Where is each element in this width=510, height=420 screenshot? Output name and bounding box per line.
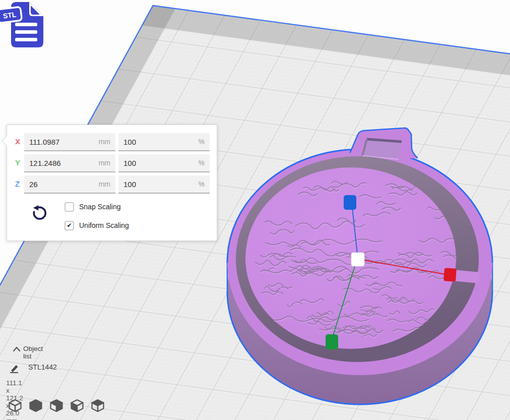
scale-row-z: Z mm % — [7, 175, 217, 194]
view-right-button[interactable] — [90, 398, 105, 413]
view-3d-button[interactable] — [8, 398, 23, 413]
collapse-caret-icon[interactable] — [13, 346, 21, 352]
pencil-icon — [9, 364, 20, 373]
view-front-button[interactable] — [28, 398, 43, 413]
scale-handle-z[interactable] — [344, 195, 356, 210]
x-size-input[interactable] — [29, 138, 96, 146]
x-size-field[interactable]: mm — [24, 133, 115, 151]
x-percent-unit: % — [199, 138, 205, 146]
scale-handle-y[interactable] — [326, 334, 338, 349]
stl-file-logo: STL — [0, 0, 50, 52]
scale-handle-x[interactable] — [443, 268, 457, 282]
view-top-icon — [49, 398, 64, 413]
y-percent-unit: % — [199, 159, 205, 167]
y-percent-field[interactable]: % — [118, 154, 210, 172]
y-size-input[interactable] — [29, 159, 96, 167]
y-percent-input[interactable] — [123, 159, 196, 167]
uniform-scaling-checkbox[interactable]: ✔ — [65, 221, 74, 230]
x-size-unit: mm — [99, 138, 110, 146]
y-size-unit: mm — [99, 159, 110, 167]
view-left-icon — [70, 398, 85, 413]
view-front-icon — [28, 398, 43, 413]
x-percent-field[interactable]: % — [118, 133, 210, 151]
snap-scaling-row: Snap Scaling — [65, 202, 121, 212]
y-size-field[interactable]: mm — [24, 154, 115, 172]
axis-label-y: Y — [15, 158, 20, 167]
snap-scaling-checkbox[interactable] — [65, 202, 74, 212]
view-toolbar — [8, 398, 105, 413]
axis-label-z: Z — [15, 179, 20, 188]
z-percent-field[interactable]: % — [118, 175, 210, 194]
reset-arrowhead — [33, 205, 38, 210]
z-size-unit: mm — [99, 180, 110, 188]
object-list-item[interactable]: STL1442 — [28, 363, 57, 371]
view-3d-icon — [8, 398, 23, 413]
object-list-header[interactable]: Object list — [23, 345, 43, 360]
scale-row-x: X mm % — [7, 133, 217, 151]
uniform-scaling-label: Uniform Scaling — [79, 221, 129, 229]
view-right-icon — [90, 398, 105, 413]
scale-row-y: Y mm % — [7, 154, 217, 172]
scale-handle-center[interactable] — [351, 253, 364, 266]
view-left-button[interactable] — [70, 398, 85, 413]
z-size-field[interactable]: mm — [24, 175, 115, 194]
axis-label-x: X — [15, 137, 20, 146]
x-percent-input[interactable] — [123, 138, 196, 146]
z-percent-input[interactable] — [123, 180, 196, 189]
snap-scaling-label: Snap Scaling — [79, 203, 121, 211]
z-percent-unit: % — [199, 180, 205, 188]
scale-tool-panel: X mm % Y mm % Z mm — [7, 125, 217, 241]
reset-scale-button[interactable] — [30, 204, 49, 223]
uniform-scaling-row: ✔ Uniform Scaling — [65, 220, 129, 230]
view-top-button[interactable] — [49, 398, 64, 413]
z-size-input[interactable] — [29, 180, 96, 189]
stl-badge-label: STL — [3, 11, 17, 20]
